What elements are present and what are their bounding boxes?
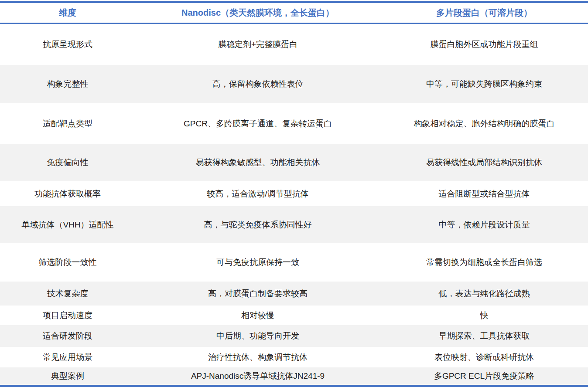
column-header-fragment: 多片段蛋白（可溶片段）: [380, 7, 588, 19]
column-header-nanodisc: Nanodisc（类天然膜环境，全长蛋白）: [135, 7, 380, 19]
row-nanodisc-value: 可与免疫抗原保持一致: [135, 257, 380, 268]
row-nanodisc-value: 高，对膜蛋白制备要求较高: [135, 288, 380, 299]
row-dimension: 筛选阶段一致性: [0, 257, 135, 268]
row-dimension: 常见应用场景: [0, 352, 135, 363]
row-nanodisc-value: 治疗性抗体、构象调节抗体: [135, 352, 380, 363]
row-dimension: 技术复杂度: [0, 288, 135, 299]
row-fragment-value: 常需切换为细胞或全长蛋白筛选: [380, 257, 588, 268]
comparison-table: 维度 Nanodisc（类天然膜环境，全长蛋白） 多片段蛋白（可溶片段） 抗原呈…: [0, 1, 588, 387]
row-nanodisc-value: 较高，适合激动/调节型抗体: [135, 188, 380, 200]
table-body: 抗原呈现形式 膜稳定剂+完整膜蛋白 膜蛋白胞外区或功能片段重组 构象完整性 高，…: [0, 24, 588, 385]
table-row: 适配靶点类型 GPCR、多跨膜离子通道、复杂转运蛋白 构象相对稳定、胞外结构明确…: [0, 103, 588, 144]
column-header-dimension: 维度: [0, 7, 135, 19]
row-dimension: 适合研发阶段: [0, 330, 135, 342]
row-nanodisc-value: 膜稳定剂+完整膜蛋白: [135, 39, 380, 50]
row-nanodisc-value: 高，与驼类免疫体系协同性好: [135, 219, 380, 231]
row-fragment-value: 中等，依赖片段设计质量: [380, 219, 588, 231]
row-dimension: 抗原呈现形式: [0, 39, 135, 50]
table-row: 项目启动速度 相对较慢 快: [0, 306, 588, 325]
table-row: 筛选阶段一致性 可与免疫抗原保持一致 常需切换为细胞或全长蛋白筛选: [0, 243, 588, 282]
row-fragment-value: 中等，可能缺失跨膜区构象约束: [380, 78, 588, 90]
row-fragment-value: 适合阻断型或结合型抗体: [380, 188, 588, 200]
row-fragment-value: 快: [380, 310, 588, 321]
row-nanodisc-value: 相对较慢: [135, 310, 380, 321]
row-dimension: 构象完整性: [0, 78, 135, 90]
row-dimension: 项目启动速度: [0, 310, 135, 321]
row-dimension: 单域抗体（VHH）适配性: [0, 219, 135, 231]
table-row: 适合研发阶段 中后期、功能导向开发 早期探索、工具抗体获取: [0, 325, 588, 347]
table-row: 功能抗体获取概率 较高，适合激动/调节型抗体 适合阻断型或结合型抗体: [0, 181, 588, 206]
table-row: 抗原呈现形式 膜稳定剂+完整膜蛋白 膜蛋白胞外区或功能片段重组: [0, 24, 588, 65]
row-fragment-value: 低，表达与纯化路径成熟: [380, 288, 588, 299]
table-header-row: 维度 Nanodisc（类天然膜环境，全长蛋白） 多片段蛋白（可溶片段）: [0, 3, 588, 24]
row-fragment-value: 表位映射、诊断或科研抗体: [380, 352, 588, 363]
row-nanodisc-value: 高，保留构象依赖性表位: [135, 78, 380, 90]
row-dimension: 功能抗体获取概率: [0, 188, 135, 200]
row-fragment-value: 构象相对稳定、胞外结构明确的膜蛋白: [380, 118, 588, 129]
table-row: 单域抗体（VHH）适配性 高，与驼类免疫体系协同性好 中等，依赖片段设计质量: [0, 206, 588, 243]
table-row: 常见应用场景 治疗性抗体、构象调节抗体 表位映射、诊断或科研抗体: [0, 347, 588, 367]
row-dimension: 典型案例: [0, 370, 135, 382]
row-fragment-value: 易获得线性或局部结构识别抗体: [380, 157, 588, 168]
row-fragment-value: 早期探索、工具抗体获取: [380, 330, 588, 342]
table-row: 技术复杂度 高，对膜蛋白制备要求较高 低，表达与纯化路径成熟: [0, 282, 588, 306]
table-row: 免疫偏向性 易获得构象敏感型、功能相关抗体 易获得线性或局部结构识别抗体: [0, 144, 588, 181]
row-nanodisc-value: 易获得构象敏感型、功能相关抗体: [135, 157, 380, 168]
table-row: 典型案例 APJ-Nanodisc诱导单域抗体JN241-9 多GPCR ECL…: [0, 367, 588, 385]
row-dimension: 免疫偏向性: [0, 157, 135, 168]
row-nanodisc-value: APJ-Nanodisc诱导单域抗体JN241-9: [135, 370, 380, 382]
row-fragment-value: 多GPCR ECL片段免疫策略: [380, 370, 588, 382]
table-row: 构象完整性 高，保留构象依赖性表位 中等，可能缺失跨膜区构象约束: [0, 65, 588, 103]
row-nanodisc-value: 中后期、功能导向开发: [135, 330, 380, 342]
row-dimension: 适配靶点类型: [0, 118, 135, 129]
row-fragment-value: 膜蛋白胞外区或功能片段重组: [380, 39, 588, 50]
row-nanodisc-value: GPCR、多跨膜离子通道、复杂转运蛋白: [135, 118, 380, 129]
